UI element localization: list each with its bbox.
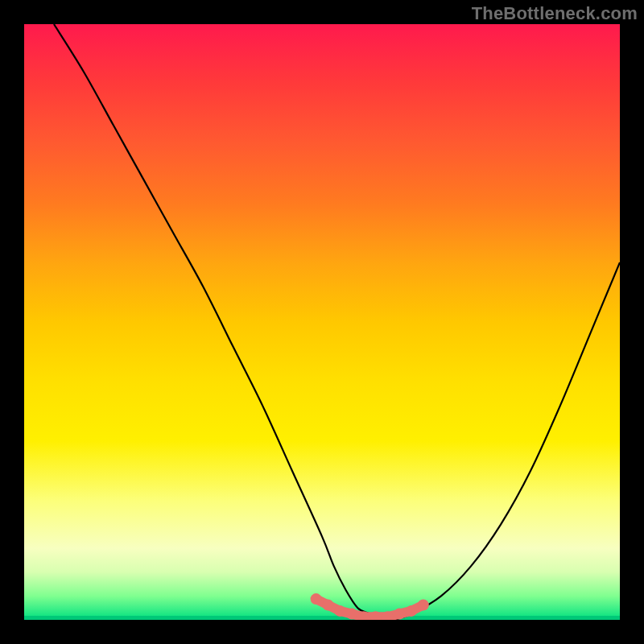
gradient-background xyxy=(24,24,620,620)
chart-frame: TheBottleneck.com xyxy=(0,0,644,644)
plot-area xyxy=(24,24,620,620)
watermark-text: TheBottleneck.com xyxy=(472,3,638,24)
bottom-green-band xyxy=(24,616,620,620)
